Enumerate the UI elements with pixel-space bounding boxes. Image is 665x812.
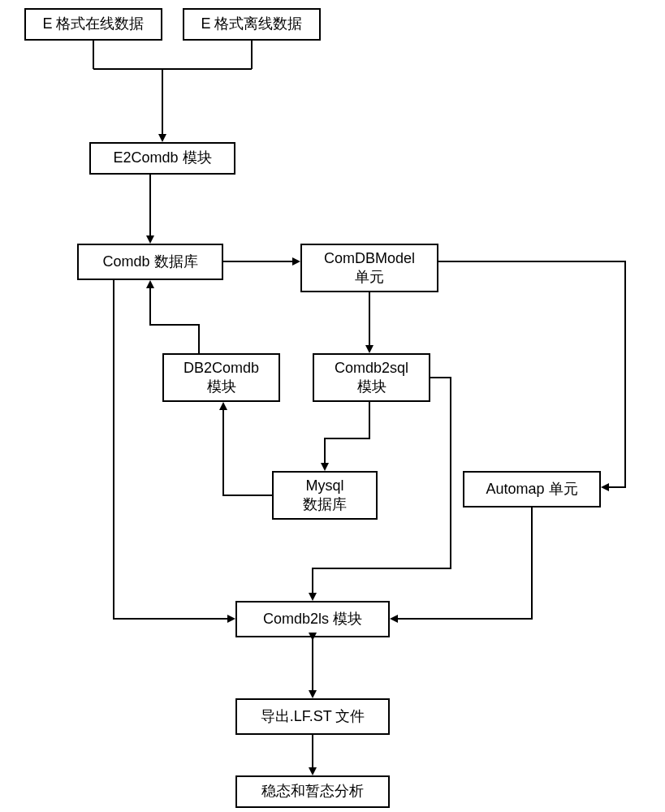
node-db2comdb: DB2Comdb 模块 <box>162 353 280 402</box>
label-line2: 单元 <box>355 268 384 287</box>
node-e-online: E 格式在线数据 <box>24 8 162 41</box>
label: Comdb2ls 模块 <box>263 610 362 628</box>
label: 稳态和暂态分析 <box>261 782 364 801</box>
label: E 格式在线数据 <box>42 15 144 33</box>
label: Comdb 数据库 <box>102 253 197 271</box>
node-export: 导出.LF.ST 文件 <box>235 698 390 735</box>
label-line1: Mysql <box>305 477 343 495</box>
node-comdb2sql: Comdb2sql 模块 <box>313 353 430 402</box>
node-e-offline: E 格式离线数据 <box>183 8 321 41</box>
label-line1: ComDBModel <box>324 249 415 268</box>
node-comdb2ls: Comdb2ls 模块 <box>235 601 390 637</box>
label: Automap 单元 <box>486 480 577 499</box>
label: E2Comdb 模块 <box>113 149 211 167</box>
node-comdb-db: Comdb 数据库 <box>77 244 223 280</box>
label: E 格式离线数据 <box>201 15 302 33</box>
label: 导出.LF.ST 文件 <box>261 707 365 726</box>
connectors <box>0 0 665 812</box>
label-line2: 数据库 <box>303 495 347 514</box>
node-mysql: Mysql 数据库 <box>272 471 378 520</box>
label-line1: DB2Comdb <box>184 359 259 378</box>
label-line2: 模块 <box>357 378 386 396</box>
label-line1: Comdb2sql <box>335 359 408 378</box>
node-analysis: 稳态和暂态分析 <box>235 775 390 808</box>
node-e2comdb: E2Comdb 模块 <box>89 142 235 175</box>
node-comdbmodel: ComDBModel 单元 <box>300 244 438 292</box>
node-automap: Automap 单元 <box>463 471 601 508</box>
label-line2: 模块 <box>207 378 236 396</box>
